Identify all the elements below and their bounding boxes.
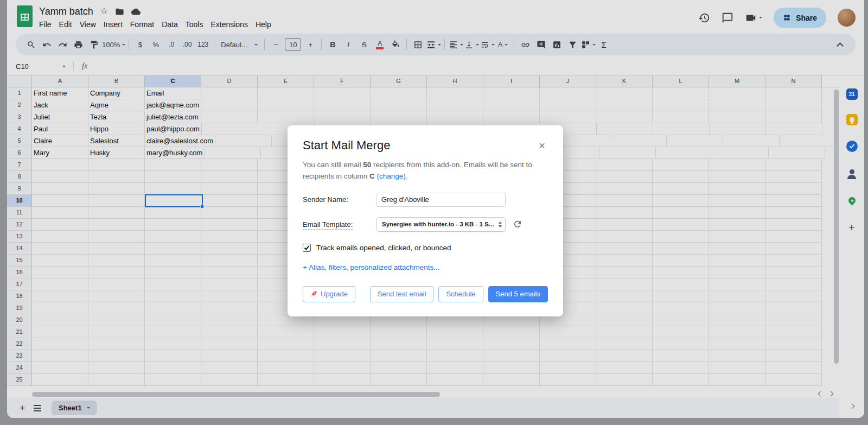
dialog-buttons: Upgrade Send test email Schedule Send 5 … xyxy=(303,286,548,302)
app-window: Yamm batch ☆ File Edit View Insert Forma… xyxy=(7,0,864,418)
rocket-icon xyxy=(310,290,317,297)
alias-filters-attachments-link[interactable]: + Alias, filters, personalized attachmen… xyxy=(303,263,440,271)
email-template-label: Email Template: xyxy=(303,220,376,229)
sender-name-row: Sender Name: xyxy=(303,193,548,207)
tracking-label: Track emails opened, clicked, or bounced xyxy=(316,244,451,252)
upgrade-button[interactable]: Upgrade xyxy=(303,286,355,302)
recipients-remaining-count: 50 xyxy=(363,161,371,169)
dialog-description: You can still email 50 recipients from t… xyxy=(303,160,537,182)
sender-name-input[interactable] xyxy=(376,193,506,207)
send-test-email-button[interactable]: Send test email xyxy=(370,286,434,302)
dialog-title: Start Mail Merge xyxy=(303,138,390,153)
mail-merge-dialog: Start Mail Merge × You can still email 5… xyxy=(288,125,563,316)
email-template-value: Synergies with hunter.io - 3 KB - 1 S... xyxy=(382,221,495,227)
tracking-row: Track emails opened, clicked, or bounced xyxy=(303,244,548,252)
dialog-header: Start Mail Merge × xyxy=(303,138,548,153)
tracking-checkbox[interactable] xyxy=(303,244,311,252)
refresh-templates-icon[interactable] xyxy=(513,219,522,229)
close-icon[interactable]: × xyxy=(539,140,545,151)
schedule-button[interactable]: Schedule xyxy=(438,286,483,302)
email-column-letter: C xyxy=(369,172,375,180)
checkmark-icon xyxy=(304,244,309,250)
change-column-link[interactable]: (change) xyxy=(377,172,406,180)
send-emails-button[interactable]: Send 5 emails xyxy=(488,286,548,302)
email-template-select[interactable]: Synergies with hunter.io - 3 KB - 1 S... xyxy=(376,217,506,232)
email-template-row: Email Template: Synergies with hunter.io… xyxy=(303,217,548,232)
sender-name-label: Sender Name: xyxy=(303,195,376,204)
select-stepper-icon xyxy=(499,221,502,227)
